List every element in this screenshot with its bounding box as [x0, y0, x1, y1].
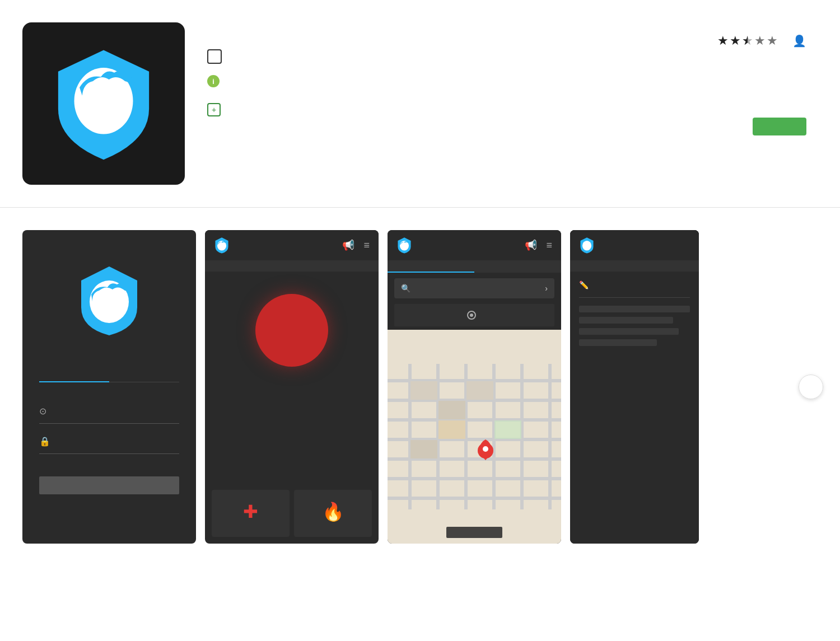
svg-rect-20	[466, 381, 493, 400]
info-icon: i	[207, 75, 220, 87]
screen2-tab1[interactable]	[205, 260, 292, 272]
screenshot-login: ⊙ 🔒	[22, 230, 196, 544]
star-3: ★★	[742, 34, 753, 48]
desc-line-3	[579, 328, 679, 335]
screenshots-section: ⊙ 🔒	[0, 208, 840, 566]
screen3-tab1[interactable]	[388, 260, 474, 273]
position-dot-inner	[470, 314, 473, 317]
star-1: ★	[717, 34, 729, 48]
megaphone-icon-3: 📢	[525, 239, 537, 251]
wishlist-icon: +	[207, 103, 221, 116]
screen4-tabs	[570, 260, 699, 272]
screen3-topbar: 📢 ≡	[388, 230, 561, 260]
screen4-topbar	[570, 230, 699, 260]
map-ok-button[interactable]	[446, 527, 502, 538]
screenshots-scroll: ⊙ 🔒	[22, 230, 699, 544]
rating-row: ★ ★ ★★ ★ ★ 👤	[717, 34, 806, 48]
menu-icon[interactable]: ≡	[363, 240, 370, 251]
pencil-icon: ✏️	[579, 280, 589, 289]
star-2: ★	[730, 34, 741, 48]
alert-circle	[255, 294, 328, 367]
lock-field-icon: 🔒	[39, 436, 50, 447]
user-field-icon: ⊙	[39, 406, 46, 417]
compatibility-row: i	[207, 75, 806, 87]
star-5: ★	[767, 34, 778, 48]
screen2-tabs	[205, 260, 379, 272]
map-area	[388, 330, 561, 544]
svg-point-25	[483, 446, 488, 452]
megaphone-icon: 📢	[342, 239, 354, 251]
ambulance-icon: ✚	[243, 501, 258, 522]
svg-rect-21	[494, 420, 521, 439]
user-input-row: ⊙	[39, 399, 179, 424]
app-icon	[22, 22, 185, 185]
menu-icon-3[interactable]: ≡	[546, 240, 552, 251]
desc-line-2	[579, 317, 673, 324]
screen3-tab2[interactable]	[474, 260, 561, 273]
fire-button[interactable]: 🔥	[294, 490, 372, 537]
search-icon: 🔍	[401, 284, 410, 293]
svg-rect-18	[410, 381, 437, 400]
star-4: ★	[754, 34, 766, 48]
svg-rect-22	[438, 420, 465, 439]
app-info: i +	[207, 22, 806, 116]
fire-icon: 🔥	[322, 501, 344, 522]
service-buttons: ✚ 🔥	[205, 490, 379, 544]
svg-point-26	[582, 241, 591, 251]
screen1-tabs	[39, 370, 179, 382]
desc-lines	[579, 306, 690, 346]
screen3-tabs	[388, 260, 561, 273]
stars: ★ ★ ★★ ★ ★	[717, 34, 778, 48]
screenshot-description: ✏️	[570, 230, 699, 544]
description-content: ✏️	[570, 272, 699, 544]
desc-line-4	[579, 339, 657, 346]
desc-input-row: ✏️	[579, 280, 690, 298]
age-rating-row	[207, 49, 806, 64]
desc-line-1	[579, 306, 690, 312]
svg-rect-23	[410, 440, 437, 458]
search-arrow-icon: ›	[545, 284, 548, 293]
screenshot-alert: 📢 ≡ ✚ 🔥	[205, 230, 379, 544]
user-icon: 👤	[792, 34, 806, 48]
screenshot-map: 📢 ≡ 🔍 ›	[388, 230, 561, 544]
screen4-tab1[interactable]	[570, 260, 699, 272]
install-button[interactable]	[753, 118, 806, 135]
next-screenshots-button[interactable]	[799, 375, 823, 399]
search-bar[interactable]: 🔍 ›	[394, 278, 554, 298]
screen2-tab2[interactable]	[292, 260, 379, 272]
position-bar	[394, 304, 554, 326]
tab-suscripcion[interactable]	[109, 370, 179, 382]
pass-input-row: 🔒	[39, 429, 179, 454]
tab-ingresar[interactable]	[39, 370, 109, 382]
age-badge	[207, 49, 222, 64]
svg-rect-19	[438, 401, 465, 419]
ambulance-button[interactable]: ✚	[212, 490, 290, 537]
screen2-topbar: 📢 ≡	[205, 230, 379, 260]
login-button[interactable]	[39, 476, 179, 494]
position-dot	[467, 311, 476, 320]
wishlist-row[interactable]: +	[207, 103, 806, 116]
